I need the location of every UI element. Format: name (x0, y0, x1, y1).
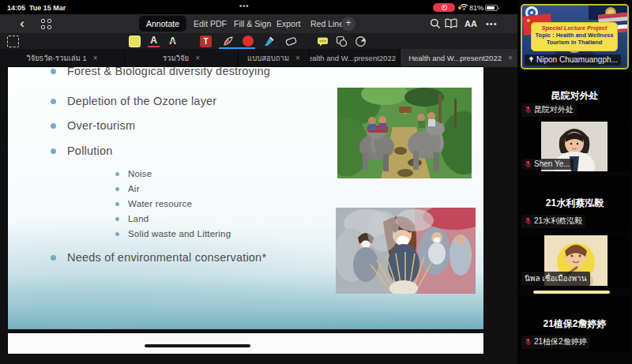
annotation-toolbar: A A T (0, 33, 521, 49)
add-tab-button[interactable]: + (341, 17, 356, 31)
muted-mic-icon (525, 338, 532, 346)
bullet-dot-icon (115, 232, 119, 236)
participant-name-label: 昆院对外处 (521, 103, 577, 117)
select-area-icon[interactable] (7, 36, 19, 47)
next-pdf-page (8, 333, 483, 354)
participant-name-label: Nipon Chuamuangph... (525, 54, 621, 66)
screen-recording-indicator[interactable] (433, 3, 455, 12)
shapes-icon[interactable] (336, 36, 348, 47)
strikethrough-text-icon[interactable]: A (167, 36, 179, 47)
text-box-icon[interactable]: T (200, 36, 212, 47)
pen-tool-icon[interactable] (222, 36, 234, 47)
participant-name-label: 21植保2詹婷婷 (521, 336, 590, 349)
lecture-banner: Special Lecture Project Topic : Health a… (531, 22, 618, 51)
screen: 14:05 Tue 15 Mar ••• 81% ‹ Annotate Edit… (0, 0, 632, 364)
sub-bullet-item: Air (115, 184, 140, 193)
pin-icon (528, 56, 534, 63)
status-ellipsis-icon: ••• (239, 2, 249, 10)
muted-mic-icon (525, 160, 532, 168)
participant-tile[interactable]: นิพล เชื่อเมืองพาน (519, 234, 630, 288)
bullet-item: Depletion of the Ozone layer (51, 95, 216, 107)
bullet-dot-icon (51, 123, 56, 129)
speaker-video-tile[interactable]: Special Lecture Project Topic : Health a… (521, 4, 629, 69)
search-icon[interactable] (430, 18, 441, 29)
thumbnails-grid-icon[interactable] (41, 19, 51, 29)
close-tab-icon[interactable]: × (508, 54, 513, 62)
elephant-trekking-photo (337, 88, 472, 178)
bullet-dot-icon (115, 172, 119, 176)
bullet-dot-icon (115, 187, 119, 191)
participant-tile[interactable]: 21水利蔡泓毅 21水利蔡泓毅 (519, 175, 630, 231)
sub-bullet-item: Solid waste and Littering (115, 229, 231, 238)
main-toolbar: ‹ Annotate Edit PDF Fill & Sign Export R… (0, 14, 521, 33)
muted-mic-icon (525, 217, 532, 225)
incense-offering-photo (336, 208, 476, 294)
bullet-dot-icon (115, 202, 119, 206)
battery-icon (485, 5, 498, 11)
participant-name-label: นิพล เชื่อเมืองพาน (521, 272, 590, 286)
doc-tab-4[interactable]: Health and W...present2022 × (310, 49, 401, 67)
record-icon (442, 5, 447, 10)
highlighter-yellow-icon[interactable] (129, 36, 141, 47)
reading-view-book-icon[interactable] (445, 18, 457, 28)
status-date: Tue 15 Mar (29, 4, 66, 12)
muted-mic-icon (525, 106, 532, 114)
bullet-dot-icon (51, 99, 56, 104)
underline-text-icon[interactable]: A (148, 36, 160, 47)
participant-name-label: Shen Ye... (521, 159, 574, 170)
participant-tile[interactable]: 昆院对外处 昆院对外处 (519, 73, 630, 119)
more-options-button[interactable]: ••• (486, 19, 498, 28)
tab-export[interactable]: Export (269, 16, 307, 32)
pdf-page: Forest & Biological diversity destroying… (8, 67, 483, 329)
comment-icon[interactable] (317, 36, 329, 47)
participant-name-label: 21水利蔡泓毅 (521, 215, 585, 228)
doc-tab-5-active[interactable]: Health and W...present2022 × (401, 49, 521, 67)
participant-tile[interactable]: 21植保2詹婷婷 21植保2詹婷婷 (519, 296, 630, 351)
bullet-item: Pollution (51, 144, 112, 157)
close-tab-icon[interactable]: × (295, 54, 300, 62)
bullet-item: Forest & Biological diversity destroying (51, 65, 270, 77)
wifi-icon (460, 3, 468, 10)
bullet-item: Needs of environmental conservation* (51, 251, 266, 264)
bullet-dot-icon (51, 69, 56, 74)
text-settings-button[interactable]: AA (465, 19, 477, 28)
ink-color-red-icon[interactable] (243, 36, 254, 47)
battery-percent: 81% (469, 4, 483, 12)
eraser-icon[interactable] (285, 36, 297, 47)
sub-bullet-item: Water resource (115, 199, 192, 208)
bullet-dot-icon (51, 255, 56, 261)
speaking-indicator-bar (533, 291, 610, 294)
highlight-marker-icon[interactable] (263, 36, 275, 47)
meeting-sidebar: Special Lecture Project Topic : Health a… (517, 0, 632, 364)
bullet-item: Over-tourism (51, 119, 135, 132)
home-indicator (145, 344, 250, 347)
bullet-dot-icon (115, 217, 119, 221)
status-bar: 14:05 Tue 15 Mar ••• 81% (0, 0, 521, 14)
close-tab-icon[interactable]: × (93, 54, 98, 62)
lasso-fill-icon[interactable] (355, 36, 367, 47)
close-tab-icon[interactable]: × (195, 54, 200, 62)
tab-annotate[interactable]: Annotate (139, 16, 186, 32)
sub-bullet-item: Noise (115, 169, 152, 178)
sub-bullet-item: Land (115, 214, 149, 223)
back-button[interactable]: ‹ (16, 16, 28, 32)
participant-tile[interactable]: Shen Ye... (519, 121, 630, 172)
document-canvas[interactable]: Forest & Biological diversity destroying… (0, 67, 517, 364)
bullet-dot-icon (51, 148, 56, 154)
clock-time: 14:05 (7, 4, 25, 12)
